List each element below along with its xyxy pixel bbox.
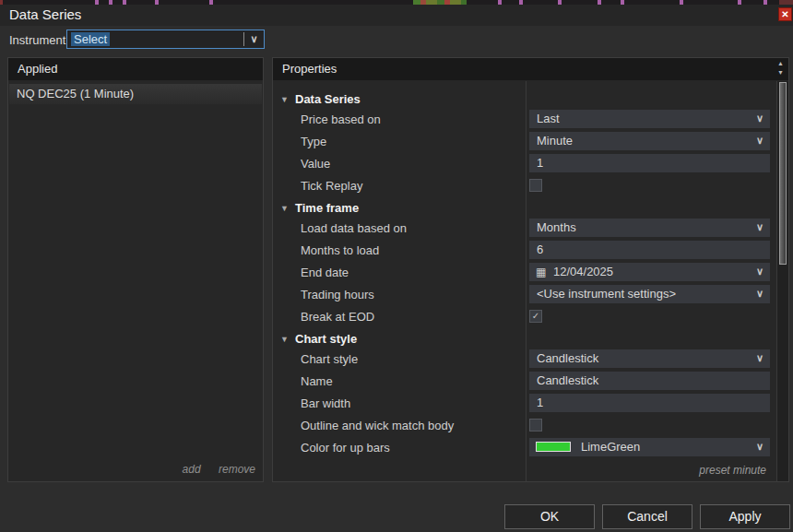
prop-row-outline-and-wick-match-body: Outline and wick match body bbox=[273, 416, 777, 438]
preset-label: preset minute bbox=[699, 464, 766, 477]
scrollbar-thumb[interactable] bbox=[779, 82, 787, 265]
collapse-triangle-icon[interactable]: ▼ bbox=[280, 329, 289, 349]
prop-row-color-for-up-bars: Color for up barsLimeGreen∨ bbox=[273, 438, 777, 460]
dropdown-value: Candlestick bbox=[537, 349, 598, 368]
prop-label: Name bbox=[301, 372, 333, 391]
applied-series-item[interactable]: NQ DEC25 (1 Minute) bbox=[9, 84, 262, 104]
check-icon: ✓ bbox=[532, 311, 539, 321]
prop-label: Load data based on bbox=[301, 219, 407, 238]
price-based-on-dropdown[interactable]: Last∨ bbox=[529, 110, 770, 128]
type-dropdown[interactable]: Minute∨ bbox=[529, 132, 770, 150]
properties-panel: Properties ▲ ▼ ▼Data SeriesPrice based o… bbox=[272, 57, 789, 482]
color-swatch bbox=[536, 442, 571, 452]
chevron-down-icon[interactable]: ∨ bbox=[244, 30, 264, 48]
prop-row-trading-hours: Trading hours<Use instrument settings>∨ bbox=[273, 285, 777, 307]
dropdown-value: Months bbox=[537, 219, 576, 237]
color-for-up-bars-color-dropdown[interactable]: LimeGreen∨ bbox=[529, 438, 770, 456]
dropdown-value: Last bbox=[537, 110, 560, 128]
instrument-label: Instrument bbox=[9, 33, 65, 47]
chevron-down-icon: ∨ bbox=[756, 132, 763, 149]
instrument-value: Select bbox=[71, 32, 110, 46]
dropdown-value: <Use instrument settings> bbox=[537, 285, 676, 303]
prop-row-break-at-eod: Break at EOD✓ bbox=[273, 307, 777, 329]
bar-width-input[interactable]: 1 bbox=[529, 394, 770, 412]
prop-label: Value bbox=[301, 154, 330, 173]
prop-row-name: NameCandlestick bbox=[273, 372, 777, 394]
group-label: Chart style bbox=[295, 329, 357, 349]
chevron-down-icon: ∨ bbox=[756, 285, 763, 302]
chevron-down-icon: ∨ bbox=[756, 110, 763, 127]
prop-label: Tick Replay bbox=[301, 176, 362, 195]
prop-label: Break at EOD bbox=[301, 307, 374, 326]
input-value: 1 bbox=[537, 394, 543, 412]
instrument-combobox[interactable]: Select ∨ bbox=[66, 30, 265, 49]
add-link[interactable]: add bbox=[183, 463, 201, 476]
load-data-based-on-dropdown[interactable]: Months∨ bbox=[529, 219, 770, 237]
value-input[interactable]: 1 bbox=[529, 154, 770, 172]
collapse-triangle-icon[interactable]: ▼ bbox=[280, 198, 289, 219]
dropdown-value: Minute bbox=[537, 132, 573, 150]
chart-style-dropdown[interactable]: Candlestick∨ bbox=[529, 349, 770, 368]
ok-button[interactable]: OK bbox=[504, 504, 595, 529]
prop-row-bar-width: Bar width1 bbox=[273, 394, 777, 416]
close-icon[interactable]: ✕ bbox=[778, 7, 792, 21]
group-label: Time frame bbox=[295, 198, 359, 219]
remove-link[interactable]: remove bbox=[219, 463, 255, 476]
break-at-eod-checkbox[interactable]: ✓ bbox=[529, 310, 542, 323]
outline-and-wick-match-body-checkbox[interactable] bbox=[529, 419, 542, 432]
data-series-dialog: Data Series ✕ Instrument Select ∨ Applie… bbox=[0, 0, 793, 532]
prop-row-type: TypeMinute∨ bbox=[273, 132, 777, 154]
prop-row-price-based-on: Price based onLast∨ bbox=[273, 110, 777, 132]
tick-replay-checkbox[interactable] bbox=[529, 179, 542, 192]
prop-label: Bar width bbox=[301, 394, 350, 413]
prop-label: Price based on bbox=[301, 110, 381, 129]
chevron-down-icon: ∨ bbox=[756, 219, 763, 236]
calendar-icon: ▦ bbox=[536, 263, 546, 281]
properties-header: Properties ▲ ▼ bbox=[273, 58, 788, 80]
prop-row-months-to-load: Months to load6 bbox=[273, 241, 777, 263]
group-label: Data Series bbox=[295, 89, 361, 110]
prop-label: Color for up bars bbox=[301, 438, 390, 457]
months-to-load-input[interactable]: 6 bbox=[529, 241, 770, 259]
cancel-button[interactable]: Cancel bbox=[602, 504, 692, 529]
scroll-up-icon[interactable]: ▲ bbox=[775, 59, 787, 68]
input-value: 6 bbox=[537, 241, 543, 259]
prop-label: Trading hours bbox=[301, 285, 374, 304]
prop-label: Outline and wick match body bbox=[301, 416, 454, 435]
properties-scrollbar[interactable] bbox=[776, 81, 788, 481]
prop-label: Months to load bbox=[301, 241, 379, 260]
input-value: Candlestick bbox=[537, 372, 598, 390]
color-name: LimeGreen bbox=[581, 438, 640, 456]
header-scroll-arrows: ▲ ▼ bbox=[775, 59, 787, 79]
chevron-down-icon: ∨ bbox=[756, 349, 763, 367]
prop-row-end-date: End date▦12/04/2025∨ bbox=[273, 263, 777, 285]
dialog-title: Data Series bbox=[9, 6, 81, 22]
name-input[interactable]: Candlestick bbox=[529, 372, 770, 390]
apply-button[interactable]: Apply bbox=[700, 504, 790, 529]
chevron-down-icon: ∨ bbox=[756, 263, 763, 280]
prop-row-tick-replay: Tick Replay bbox=[273, 176, 777, 198]
input-value: 1 bbox=[537, 154, 543, 172]
end-date-date-picker[interactable]: ▦12/04/2025∨ bbox=[529, 263, 770, 281]
collapse-triangle-icon[interactable]: ▼ bbox=[280, 89, 289, 110]
properties-header-label: Properties bbox=[282, 62, 337, 76]
trading-hours-dropdown[interactable]: <Use instrument settings>∨ bbox=[529, 285, 770, 303]
chevron-down-icon: ∨ bbox=[756, 438, 763, 455]
prop-label: End date bbox=[301, 263, 349, 282]
scroll-down-icon[interactable]: ▼ bbox=[775, 68, 787, 77]
prop-row-chart-style: Chart styleCandlestick∨ bbox=[273, 349, 777, 372]
applied-panel: Applied NQ DEC25 (1 Minute) add remove bbox=[7, 57, 264, 482]
prop-label: Chart style bbox=[301, 349, 358, 369]
date-value: 12/04/2025 bbox=[553, 263, 613, 281]
applied-header: Applied bbox=[8, 58, 263, 80]
prop-row-load-data-based-on: Load data based onMonths∨ bbox=[273, 219, 777, 241]
dialog-titlebar: Data Series ✕ bbox=[0, 5, 793, 26]
prop-row-value: Value1 bbox=[273, 154, 777, 176]
prop-label: Type bbox=[301, 132, 326, 151]
